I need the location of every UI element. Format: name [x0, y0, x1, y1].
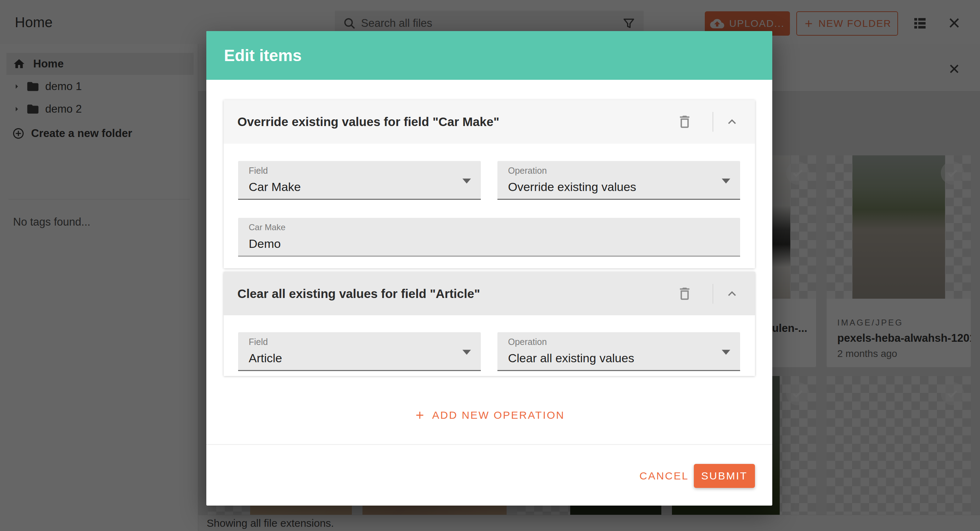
submit-button[interactable]: SUBMIT: [694, 464, 755, 488]
operation-select[interactable]: Operation Clear all existing values: [498, 332, 740, 371]
operation-select-label: Operation: [508, 166, 547, 176]
operation-card-1: Override existing values for field "Car …: [224, 100, 755, 268]
add-new-operation-label: ADD NEW OPERATION: [432, 409, 565, 421]
delete-operation-icon[interactable]: [676, 285, 693, 302]
cancel-button-label: CANCEL: [640, 470, 689, 482]
value-input[interactable]: Car Make Demo: [238, 218, 740, 257]
field-select[interactable]: Field Car Make: [238, 161, 481, 200]
plus-icon: [414, 409, 426, 421]
value-input-label: Car Make: [249, 222, 285, 232]
collapse-operation-icon[interactable]: [724, 114, 740, 130]
field-select[interactable]: Field Article: [238, 332, 481, 371]
dropdown-caret-icon: [722, 178, 730, 183]
field-select-value: Article: [249, 351, 282, 365]
add-new-operation-button[interactable]: ADD NEW OPERATION: [414, 403, 565, 427]
operation-card-header: Clear all existing values for field "Art…: [224, 272, 755, 315]
operation-card-header: Override existing values for field "Car …: [224, 100, 755, 144]
value-input-value: Demo: [249, 237, 281, 250]
dropdown-caret-icon: [463, 350, 471, 355]
operation-select-label: Operation: [508, 337, 547, 347]
header-divider: [713, 112, 713, 132]
collapse-operation-icon[interactable]: [724, 286, 740, 301]
delete-operation-icon[interactable]: [676, 114, 693, 130]
header-divider: [713, 284, 713, 304]
dialog-title: Edit items: [224, 31, 302, 80]
operation-select[interactable]: Operation Override existing values: [498, 161, 740, 200]
operation-title: Clear all existing values for field "Art…: [237, 287, 480, 301]
cancel-button[interactable]: CANCEL: [629, 464, 700, 488]
operation-select-value: Override existing values: [508, 180, 636, 194]
operation-title: Override existing values for field "Car …: [237, 115, 499, 129]
submit-button-label: SUBMIT: [701, 470, 748, 482]
edit-items-dialog: Edit items Override existing values for …: [206, 31, 772, 506]
operation-card-2: Clear all existing values for field "Art…: [224, 272, 755, 376]
dropdown-caret-icon: [463, 178, 471, 183]
field-select-label: Field: [249, 337, 268, 347]
field-select-label: Field: [249, 166, 268, 176]
footer-divider: [206, 444, 772, 445]
dropdown-caret-icon: [722, 350, 730, 355]
dialog-header: Edit items: [206, 31, 772, 80]
operation-select-value: Clear all existing values: [508, 351, 634, 365]
field-select-value: Car Make: [249, 180, 301, 194]
